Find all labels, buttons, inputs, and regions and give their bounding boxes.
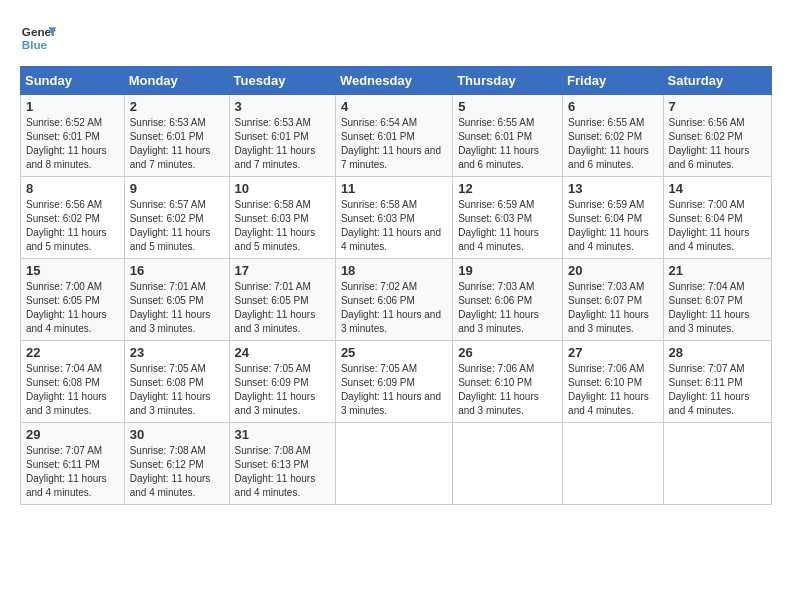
calendar-cell: 15 Sunrise: 7:00 AMSunset: 6:05 PMDaylig…: [21, 259, 125, 341]
day-info: Sunrise: 7:08 AMSunset: 6:12 PMDaylight:…: [130, 445, 211, 498]
calendar-cell: 24 Sunrise: 7:05 AMSunset: 6:09 PMDaylig…: [229, 341, 335, 423]
day-info: Sunrise: 7:02 AMSunset: 6:06 PMDaylight:…: [341, 281, 441, 334]
calendar-cell: 12 Sunrise: 6:59 AMSunset: 6:03 PMDaylig…: [453, 177, 563, 259]
day-number: 14: [669, 181, 766, 196]
calendar-week-3: 15 Sunrise: 7:00 AMSunset: 6:05 PMDaylig…: [21, 259, 772, 341]
day-number: 1: [26, 99, 119, 114]
calendar-week-2: 8 Sunrise: 6:56 AMSunset: 6:02 PMDayligh…: [21, 177, 772, 259]
calendar-cell: [335, 423, 452, 505]
logo-icon: General Blue: [20, 20, 56, 56]
day-info: Sunrise: 6:58 AMSunset: 6:03 PMDaylight:…: [235, 199, 316, 252]
day-info: Sunrise: 6:52 AMSunset: 6:01 PMDaylight:…: [26, 117, 107, 170]
day-number: 3: [235, 99, 330, 114]
day-number: 23: [130, 345, 224, 360]
day-info: Sunrise: 6:55 AMSunset: 6:02 PMDaylight:…: [568, 117, 649, 170]
calendar-cell: 3 Sunrise: 6:53 AMSunset: 6:01 PMDayligh…: [229, 95, 335, 177]
day-number: 17: [235, 263, 330, 278]
day-info: Sunrise: 6:57 AMSunset: 6:02 PMDaylight:…: [130, 199, 211, 252]
day-info: Sunrise: 7:00 AMSunset: 6:05 PMDaylight:…: [26, 281, 107, 334]
calendar-cell: 26 Sunrise: 7:06 AMSunset: 6:10 PMDaylig…: [453, 341, 563, 423]
day-info: Sunrise: 6:59 AMSunset: 6:04 PMDaylight:…: [568, 199, 649, 252]
calendar-cell: 16 Sunrise: 7:01 AMSunset: 6:05 PMDaylig…: [124, 259, 229, 341]
calendar-cell: 2 Sunrise: 6:53 AMSunset: 6:01 PMDayligh…: [124, 95, 229, 177]
day-number: 31: [235, 427, 330, 442]
day-info: Sunrise: 7:06 AMSunset: 6:10 PMDaylight:…: [568, 363, 649, 416]
day-number: 27: [568, 345, 657, 360]
calendar-cell: [563, 423, 663, 505]
day-info: Sunrise: 7:07 AMSunset: 6:11 PMDaylight:…: [26, 445, 107, 498]
calendar-cell: 28 Sunrise: 7:07 AMSunset: 6:11 PMDaylig…: [663, 341, 771, 423]
day-info: Sunrise: 6:59 AMSunset: 6:03 PMDaylight:…: [458, 199, 539, 252]
calendar-cell: 1 Sunrise: 6:52 AMSunset: 6:01 PMDayligh…: [21, 95, 125, 177]
calendar-cell: 27 Sunrise: 7:06 AMSunset: 6:10 PMDaylig…: [563, 341, 663, 423]
calendar-cell: 11 Sunrise: 6:58 AMSunset: 6:03 PMDaylig…: [335, 177, 452, 259]
day-number: 19: [458, 263, 557, 278]
logo: General Blue: [20, 20, 56, 56]
day-number: 28: [669, 345, 766, 360]
day-info: Sunrise: 7:03 AMSunset: 6:07 PMDaylight:…: [568, 281, 649, 334]
calendar-cell: 4 Sunrise: 6:54 AMSunset: 6:01 PMDayligh…: [335, 95, 452, 177]
day-number: 30: [130, 427, 224, 442]
day-info: Sunrise: 6:53 AMSunset: 6:01 PMDaylight:…: [130, 117, 211, 170]
day-info: Sunrise: 7:05 AMSunset: 6:09 PMDaylight:…: [235, 363, 316, 416]
day-number: 10: [235, 181, 330, 196]
day-header-tuesday: Tuesday: [229, 67, 335, 95]
calendar-cell: 19 Sunrise: 7:03 AMSunset: 6:06 PMDaylig…: [453, 259, 563, 341]
day-info: Sunrise: 6:56 AMSunset: 6:02 PMDaylight:…: [669, 117, 750, 170]
day-info: Sunrise: 7:04 AMSunset: 6:08 PMDaylight:…: [26, 363, 107, 416]
svg-text:Blue: Blue: [22, 38, 48, 51]
day-number: 5: [458, 99, 557, 114]
calendar-cell: 23 Sunrise: 7:05 AMSunset: 6:08 PMDaylig…: [124, 341, 229, 423]
day-number: 15: [26, 263, 119, 278]
day-number: 8: [26, 181, 119, 196]
calendar-cell: 17 Sunrise: 7:01 AMSunset: 6:05 PMDaylig…: [229, 259, 335, 341]
day-number: 12: [458, 181, 557, 196]
calendar-cell: 13 Sunrise: 6:59 AMSunset: 6:04 PMDaylig…: [563, 177, 663, 259]
day-number: 26: [458, 345, 557, 360]
day-info: Sunrise: 6:55 AMSunset: 6:01 PMDaylight:…: [458, 117, 539, 170]
day-number: 6: [568, 99, 657, 114]
calendar-cell: 18 Sunrise: 7:02 AMSunset: 6:06 PMDaylig…: [335, 259, 452, 341]
day-number: 24: [235, 345, 330, 360]
day-number: 4: [341, 99, 447, 114]
calendar-cell: 22 Sunrise: 7:04 AMSunset: 6:08 PMDaylig…: [21, 341, 125, 423]
day-info: Sunrise: 7:01 AMSunset: 6:05 PMDaylight:…: [235, 281, 316, 334]
day-number: 20: [568, 263, 657, 278]
calendar-cell: 14 Sunrise: 7:00 AMSunset: 6:04 PMDaylig…: [663, 177, 771, 259]
day-info: Sunrise: 7:01 AMSunset: 6:05 PMDaylight:…: [130, 281, 211, 334]
day-number: 29: [26, 427, 119, 442]
day-number: 9: [130, 181, 224, 196]
calendar-cell: 7 Sunrise: 6:56 AMSunset: 6:02 PMDayligh…: [663, 95, 771, 177]
calendar-table: SundayMondayTuesdayWednesdayThursdayFrid…: [20, 66, 772, 505]
day-number: 22: [26, 345, 119, 360]
calendar-cell: 29 Sunrise: 7:07 AMSunset: 6:11 PMDaylig…: [21, 423, 125, 505]
calendar-cell: [453, 423, 563, 505]
calendar-cell: 5 Sunrise: 6:55 AMSunset: 6:01 PMDayligh…: [453, 95, 563, 177]
calendar-header: SundayMondayTuesdayWednesdayThursdayFrid…: [21, 67, 772, 95]
day-number: 16: [130, 263, 224, 278]
day-number: 25: [341, 345, 447, 360]
day-info: Sunrise: 7:04 AMSunset: 6:07 PMDaylight:…: [669, 281, 750, 334]
calendar-week-1: 1 Sunrise: 6:52 AMSunset: 6:01 PMDayligh…: [21, 95, 772, 177]
calendar-cell: [663, 423, 771, 505]
day-header-sunday: Sunday: [21, 67, 125, 95]
calendar-cell: 10 Sunrise: 6:58 AMSunset: 6:03 PMDaylig…: [229, 177, 335, 259]
calendar-week-4: 22 Sunrise: 7:04 AMSunset: 6:08 PMDaylig…: [21, 341, 772, 423]
day-info: Sunrise: 7:03 AMSunset: 6:06 PMDaylight:…: [458, 281, 539, 334]
day-info: Sunrise: 7:08 AMSunset: 6:13 PMDaylight:…: [235, 445, 316, 498]
day-header-monday: Monday: [124, 67, 229, 95]
calendar-cell: 21 Sunrise: 7:04 AMSunset: 6:07 PMDaylig…: [663, 259, 771, 341]
day-info: Sunrise: 7:06 AMSunset: 6:10 PMDaylight:…: [458, 363, 539, 416]
day-header-saturday: Saturday: [663, 67, 771, 95]
day-info: Sunrise: 6:54 AMSunset: 6:01 PMDaylight:…: [341, 117, 441, 170]
day-info: Sunrise: 6:58 AMSunset: 6:03 PMDaylight:…: [341, 199, 441, 252]
day-info: Sunrise: 6:53 AMSunset: 6:01 PMDaylight:…: [235, 117, 316, 170]
day-info: Sunrise: 7:00 AMSunset: 6:04 PMDaylight:…: [669, 199, 750, 252]
day-number: 11: [341, 181, 447, 196]
calendar-cell: 30 Sunrise: 7:08 AMSunset: 6:12 PMDaylig…: [124, 423, 229, 505]
calendar-cell: 31 Sunrise: 7:08 AMSunset: 6:13 PMDaylig…: [229, 423, 335, 505]
day-number: 7: [669, 99, 766, 114]
day-header-friday: Friday: [563, 67, 663, 95]
day-number: 18: [341, 263, 447, 278]
day-header-thursday: Thursday: [453, 67, 563, 95]
